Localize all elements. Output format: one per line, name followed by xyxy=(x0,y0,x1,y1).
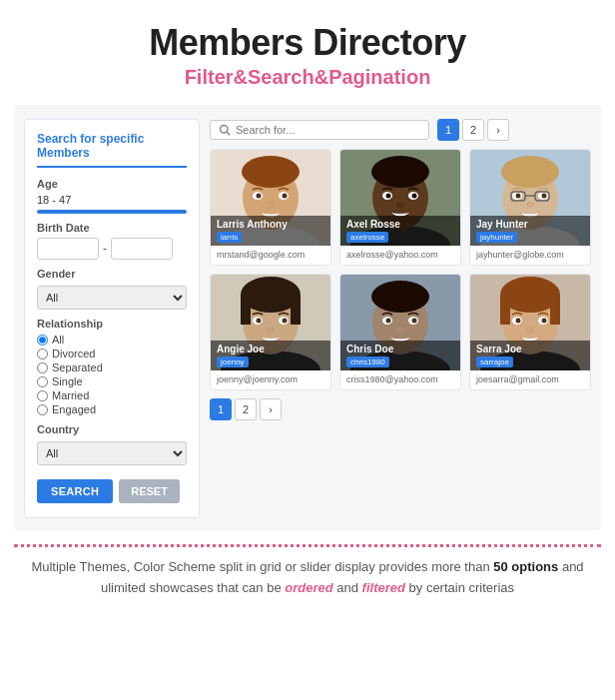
relationship-radio-group: All Divorced Separated Single Married En… xyxy=(37,334,187,415)
radio-divorced[interactable]: Divorced xyxy=(37,348,187,359)
member-photo-wrap: Chris Doe chris1980 xyxy=(340,275,460,370)
members-grid: Larris Anthony larris mrstand@google.com xyxy=(210,149,591,390)
member-username-badge: chris1980 xyxy=(346,356,389,367)
search-icon xyxy=(219,124,231,136)
svg-point-29 xyxy=(516,194,521,199)
footer-highlight-filtered: filtered xyxy=(362,580,405,595)
svg-line-1 xyxy=(227,132,230,135)
member-username-badge: joenny xyxy=(217,356,249,367)
country-select[interactable]: All xyxy=(37,441,187,465)
filter-title: Search for specific Members xyxy=(37,132,187,168)
member-photo-wrap: Angie Joe joenny xyxy=(211,275,330,370)
search-button[interactable]: SEARCH xyxy=(37,479,113,503)
page-btn-next[interactable]: › xyxy=(487,119,509,141)
svg-point-19 xyxy=(386,194,391,199)
svg-point-68 xyxy=(527,328,533,332)
footer-highlight-50: 50 options xyxy=(493,559,558,574)
svg-point-54 xyxy=(386,319,391,324)
member-name: Axel Rosse xyxy=(346,219,400,231)
radio-married[interactable]: Married xyxy=(37,389,187,401)
svg-point-30 xyxy=(542,194,547,199)
relationship-label: Relationship xyxy=(37,318,187,330)
svg-point-51 xyxy=(371,281,429,313)
svg-point-44 xyxy=(257,319,262,324)
svg-point-26 xyxy=(501,156,559,188)
svg-rect-41 xyxy=(291,295,301,325)
svg-point-55 xyxy=(412,319,417,324)
page-btn-bottom-1[interactable]: 1 xyxy=(210,398,232,420)
member-photo-wrap: Sarra Joe sarrajoe xyxy=(470,275,590,370)
member-name-badge: Jay Hunter jayhunter xyxy=(470,216,590,246)
page-btn-1[interactable]: 1 xyxy=(437,119,459,141)
radio-all[interactable]: All xyxy=(37,334,187,346)
svg-point-56 xyxy=(397,328,403,332)
member-card[interactable]: Sarra Joe sarrajoe joesarra@gmail.com xyxy=(469,274,591,390)
search-input-wrap[interactable] xyxy=(210,120,429,140)
member-card[interactable]: Larris Anthony larris mrstand@google.com xyxy=(210,149,331,266)
birthdate-to-input[interactable] xyxy=(111,238,173,260)
member-name: Jay Hunter xyxy=(476,219,528,231)
footer-highlight-ordered: ordered xyxy=(285,580,332,595)
member-email: joenny@joenny.com xyxy=(211,370,330,389)
member-name: Sarra Joe xyxy=(476,344,522,355)
reset-button[interactable]: RESET xyxy=(119,479,180,503)
svg-point-9 xyxy=(257,194,262,199)
country-label: Country xyxy=(37,423,187,435)
member-email: joesarra@gmail.com xyxy=(470,370,590,389)
footer-text-and: and xyxy=(333,580,362,595)
birthdate-label: Birth Date xyxy=(37,222,187,234)
gender-select[interactable]: All Male Female xyxy=(37,286,187,310)
gender-label: Gender xyxy=(37,268,187,280)
member-name: Chris Doe xyxy=(346,344,393,355)
page-btn-bottom-next[interactable]: › xyxy=(260,398,282,420)
radio-single[interactable]: Single xyxy=(37,375,187,387)
member-email: jayhunter@globe.com xyxy=(470,246,590,265)
footer-text-after: by certain criterias xyxy=(405,580,514,595)
page-btn-bottom-2[interactable]: 2 xyxy=(235,398,257,420)
svg-point-16 xyxy=(371,156,429,188)
svg-point-10 xyxy=(283,194,288,199)
member-photo-wrap: Jay Hunter jayhunter xyxy=(470,150,590,246)
member-card[interactable]: Angie Joe joenny joenny@joenny.com xyxy=(210,274,331,390)
dotted-divider xyxy=(14,544,601,547)
age-label: Age xyxy=(37,178,187,190)
members-area: 1 2 › xyxy=(210,119,591,518)
footer-text-before: Multiple Themes, Color Scheme split in g… xyxy=(31,559,493,574)
page-btn-2[interactable]: 2 xyxy=(462,119,484,141)
page-subtitle: Filter&Search&Pagination xyxy=(20,66,595,89)
member-name: Angie Joe xyxy=(217,344,265,355)
member-username-badge: axelrosse xyxy=(346,232,388,243)
svg-point-11 xyxy=(268,203,274,207)
birthdate-from-input[interactable] xyxy=(37,238,99,260)
svg-point-0 xyxy=(221,126,229,134)
member-username-badge: sarrajoe xyxy=(476,356,513,367)
filter-buttons: SEARCH RESET xyxy=(37,479,187,503)
age-slider-track[interactable] xyxy=(37,210,187,214)
member-username-badge: jayhunter xyxy=(476,232,517,243)
svg-point-20 xyxy=(412,194,417,199)
member-card[interactable]: Axel Rosse axelrosse axelrosse@yahoo.com xyxy=(339,149,461,266)
member-name-badge: Larris Anthony larris xyxy=(211,216,330,246)
radio-separated[interactable]: Separated xyxy=(37,361,187,373)
svg-point-21 xyxy=(397,203,403,207)
svg-point-6 xyxy=(242,156,300,188)
svg-point-66 xyxy=(516,319,521,324)
filter-panel: Search for specific Members Age 18 - 47 … xyxy=(24,119,200,518)
member-username-badge: larris xyxy=(217,232,242,243)
search-input[interactable] xyxy=(236,124,420,136)
birthdate-row: - xyxy=(37,238,187,260)
member-name-badge: Chris Doe chris1980 xyxy=(340,341,460,370)
member-name: Larris Anthony xyxy=(217,219,288,231)
pagination-bottom: 1 2 › xyxy=(210,398,591,420)
top-controls: 1 2 › xyxy=(210,119,591,141)
member-email: criss1980@yahoo.com xyxy=(340,370,460,389)
birthdate-separator: - xyxy=(103,242,107,256)
pagination-top: 1 2 › xyxy=(437,119,509,141)
member-email: axelrosse@yahoo.com xyxy=(340,246,460,265)
svg-point-45 xyxy=(283,319,288,324)
member-card[interactable]: Chris Doe chris1980 criss1980@yahoo.com xyxy=(339,274,461,390)
member-photo-wrap: Larris Anthony larris xyxy=(211,150,330,246)
member-card[interactable]: Jay Hunter jayhunter jayhunter@globe.com xyxy=(469,149,591,266)
main-area: Search for specific Members Age 18 - 47 … xyxy=(14,105,601,530)
radio-engaged[interactable]: Engaged xyxy=(37,403,187,415)
